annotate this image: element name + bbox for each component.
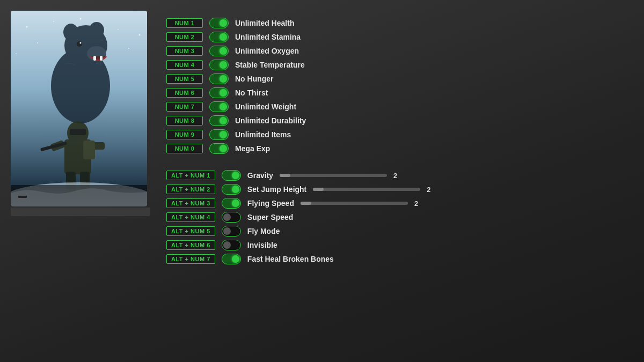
key-badge: ALT + NUM 5: [166, 226, 215, 236]
slider-fill: [313, 188, 324, 191]
cheat-label: Unlimited Weight: [235, 102, 296, 111]
svg-point-1: [26, 26, 28, 28]
key-badge: ALT + NUM 1: [166, 171, 215, 180]
toggle-switch[interactable]: [222, 184, 241, 195]
slider-track[interactable]: [280, 174, 387, 177]
toggle-switch[interactable]: [209, 73, 229, 84]
toggle-switch[interactable]: [209, 87, 229, 98]
num-cheat-row: NUM 7Unlimited Weight: [166, 100, 633, 114]
toggle-knob: [219, 61, 227, 69]
toggle-knob: [219, 75, 227, 83]
svg-point-7: [128, 48, 129, 49]
cheat-label: Set Jump Height: [247, 185, 306, 194]
toggle-knob: [232, 172, 239, 179]
num-cheat-row: NUM 2Unlimited Stamina: [166, 30, 633, 44]
toggle-knob: [219, 117, 227, 124]
toggle-switch[interactable]: [222, 226, 241, 237]
toggle-switch[interactable]: [222, 170, 241, 181]
cheat-label: Super Speed: [247, 213, 294, 221]
toggle-switch[interactable]: [209, 32, 229, 42]
toggle-switch[interactable]: [222, 212, 241, 223]
svg-point-5: [37, 42, 38, 43]
alt-cheats-section: ALT + NUM 1Gravity2ALT + NUM 2Set Jump H…: [166, 168, 633, 266]
toggle-knob: [232, 255, 239, 263]
section-divider: [166, 156, 633, 168]
svg-point-14: [63, 24, 78, 41]
svg-point-2: [53, 21, 54, 22]
toggle-knob: [232, 200, 239, 207]
svg-point-18: [77, 41, 82, 47]
svg-point-19: [80, 42, 82, 44]
toggle-switch[interactable]: [209, 115, 229, 126]
key-badge: ALT + NUM 4: [166, 212, 215, 222]
cheat-label: Unlimited Oxygen: [235, 47, 299, 55]
toggle-switch[interactable]: [222, 240, 241, 250]
game-subtitle: [18, 196, 27, 198]
cheat-label: Gravity: [247, 171, 273, 180]
key-badge: NUM 8: [166, 116, 203, 125]
alt-cheat-row: ALT + NUM 1Gravity2: [166, 168, 633, 182]
right-panel: NUM 1Unlimited HealthNUM 2Unlimited Stam…: [166, 11, 633, 351]
alt-cheat-row: ALT + NUM 3Flying Speed2: [166, 196, 633, 210]
toggle-switch[interactable]: [209, 18, 229, 28]
num-cheat-row: NUM 6No Thirst: [166, 86, 633, 100]
svg-rect-30: [83, 141, 95, 159]
num-cheat-row: NUM 3Unlimited Oxygen: [166, 44, 633, 58]
toggle-switch[interactable]: [209, 46, 229, 56]
cheat-label: Unlimited Health: [235, 19, 294, 27]
main-window: NUM 1Unlimited HealthNUM 2Unlimited Stam…: [0, 0, 644, 362]
toggle-knob: [223, 227, 231, 235]
trainer-label: [11, 208, 150, 216]
slider-value: 2: [414, 200, 424, 208]
toggle-knob: [219, 145, 227, 152]
svg-rect-16: [93, 56, 96, 61]
toggle-knob: [223, 241, 231, 249]
svg-point-9: [139, 34, 141, 36]
cheat-label: No Hunger: [235, 75, 274, 83]
slider-track[interactable]: [301, 202, 408, 205]
alt-cheat-row: ALT + NUM 7Fast Heal Broken Bones: [166, 252, 633, 266]
slider-group: 2: [301, 200, 424, 208]
cheat-label: Fly Mode: [247, 227, 280, 235]
num-cheat-row: NUM 0Mega Exp: [166, 142, 633, 156]
key-badge: NUM 2: [166, 32, 203, 42]
game-cover: [11, 11, 147, 206]
key-badge: NUM 9: [166, 130, 203, 139]
key-badge: NUM 5: [166, 74, 203, 84]
alt-cheat-row: ALT + NUM 4Super Speed: [166, 210, 633, 224]
toggle-knob: [219, 131, 227, 138]
toggle-switch[interactable]: [222, 198, 241, 209]
num-cheat-row: NUM 5No Hunger: [166, 72, 633, 86]
num-cheat-row: NUM 8Unlimited Durability: [166, 114, 633, 128]
alt-cheat-row: ALT + NUM 6Invisible: [166, 238, 633, 252]
key-badge: ALT + NUM 7: [166, 254, 215, 264]
toggle-switch[interactable]: [209, 143, 229, 154]
toggle-switch[interactable]: [222, 254, 241, 264]
key-badge: NUM 3: [166, 46, 203, 56]
key-badge: NUM 0: [166, 144, 203, 153]
toggle-knob: [232, 186, 239, 193]
key-badge: ALT + NUM 3: [166, 198, 215, 208]
svg-point-15: [89, 22, 104, 38]
toggle-switch[interactable]: [209, 60, 229, 70]
num-cheat-row: NUM 9Unlimited Items: [166, 128, 633, 142]
toggle-switch[interactable]: [209, 101, 229, 112]
slider-fill: [301, 202, 311, 205]
svg-point-3: [80, 18, 82, 20]
svg-point-8: [16, 53, 17, 54]
key-badge: NUM 1: [166, 18, 203, 28]
toggle-knob: [219, 33, 227, 41]
toggle-knob: [219, 89, 227, 97]
cheat-label: No Thirst: [235, 88, 268, 97]
key-badge: NUM 7: [166, 102, 203, 112]
svg-rect-17: [100, 56, 103, 61]
svg-rect-22: [70, 129, 86, 135]
key-badge: NUM 4: [166, 60, 203, 70]
cheat-label: Unlimited Stamina: [235, 33, 301, 41]
toggle-switch[interactable]: [209, 129, 229, 140]
svg-point-4: [118, 29, 119, 30]
num-cheat-row: NUM 1Unlimited Health: [166, 16, 633, 30]
slider-track[interactable]: [313, 188, 420, 191]
toggle-knob: [219, 47, 227, 55]
toggle-knob: [219, 103, 227, 110]
